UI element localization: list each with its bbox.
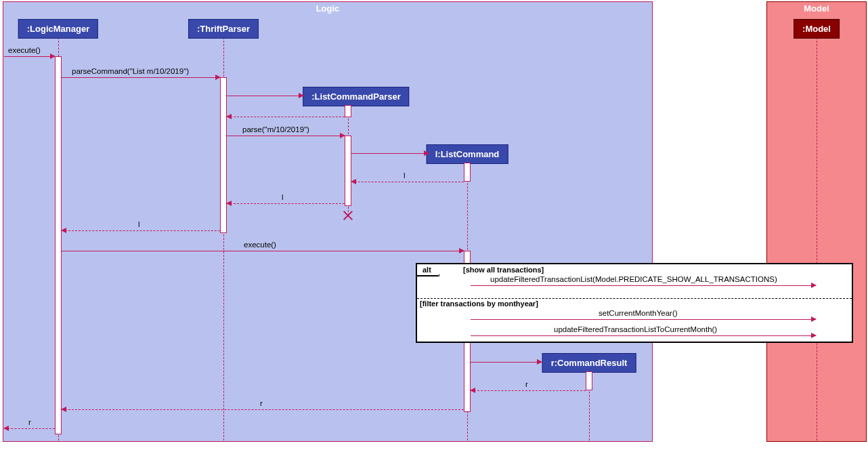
alt-label: alt — [417, 264, 439, 276]
msg-execute2: execute() — [244, 241, 276, 249]
activation-thriftparser — [220, 77, 227, 233]
msg-update-all: updateFilteredTransactionList(Model.PRED… — [490, 275, 777, 283]
alt-divider — [417, 298, 852, 299]
msg-return-l-2: l — [282, 193, 284, 201]
arrow-execute-in — [4, 56, 55, 57]
msg-execute-in: execute() — [8, 46, 41, 54]
participant-thriftparser: :ThriftParser — [188, 19, 259, 39]
msg-return-l-1: l — [404, 171, 406, 180]
msg-updatetocurrent: updateFilteredTransactionListToCurrentMo… — [554, 325, 717, 333]
alt-guard-1: [show all transactions] — [463, 266, 544, 274]
participant-listcommand: l:ListCommand — [427, 144, 508, 164]
msg-return-r-1: r — [525, 380, 528, 388]
arrow-return-l-2 — [227, 203, 345, 204]
frame-logic-title: Logic — [311, 2, 345, 15]
participant-logicmanager: :LogicManager — [18, 19, 98, 39]
participant-commandresult: r:CommandResult — [542, 353, 636, 373]
arrow-return-l-3 — [62, 230, 220, 231]
activation-lcp-1 — [345, 105, 351, 117]
arrow-create-lcp — [227, 96, 303, 96]
participant-model: :Model — [794, 19, 840, 39]
arrow-parse — [227, 136, 345, 136]
msg-parsecommand: parseCommand("List m/10/2019") — [72, 67, 189, 75]
activation-lcp-2 — [345, 136, 351, 206]
arrow-return-r-3 — [4, 428, 55, 429]
arrow-execute2 — [62, 251, 464, 251]
alt-guard-2: [filter transactions by monthyear] — [420, 300, 538, 308]
arrow-return-r-1 — [471, 390, 586, 391]
arrow-create-cr — [471, 362, 542, 363]
arrow-updatetocurrent — [471, 335, 816, 336]
msg-return-l-3: l — [138, 220, 140, 228]
frame-model-title: Model — [798, 2, 835, 15]
arrow-setcurrentmonth — [471, 319, 816, 320]
arrow-create-listcommand — [351, 153, 429, 154]
msg-parse: parse("m/10/2019") — [242, 125, 309, 133]
participant-listcommandparser: :ListCommandParser — [303, 87, 409, 106]
destroy-icon — [342, 209, 354, 222]
msg-return-r-2: r — [260, 399, 263, 407]
activation-listcommand-1 — [464, 163, 471, 182]
lifeline-model — [817, 37, 817, 440]
arrow-return-lcp-create — [227, 117, 345, 117]
msg-return-r-3: r — [28, 418, 31, 426]
activation-commandresult — [586, 371, 592, 390]
activation-logicmanager — [55, 56, 62, 434]
arrow-update-all — [471, 285, 816, 286]
arrow-return-l-1 — [351, 182, 464, 182]
arrow-parsecommand — [62, 77, 220, 78]
msg-setcurrentmonth: setCurrentMonthYear() — [599, 309, 678, 317]
arrow-return-r-2 — [62, 409, 464, 410]
